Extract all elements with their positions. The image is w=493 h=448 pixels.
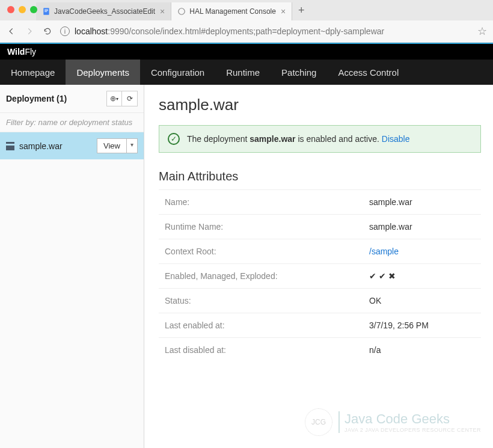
watermark-main: Java Code Geeks: [344, 411, 481, 427]
svg-point-4: [179, 8, 185, 15]
attr-row-last-disabled: Last disabled at: n/a: [159, 337, 481, 362]
sidebar-tools: ⊕▾ ⟳: [106, 91, 138, 106]
brand-bar: WildFly: [0, 43, 493, 60]
nav-homepage[interactable]: Homepage: [0, 60, 66, 85]
status-alert: ✓ The deployment sample.war is enabled a…: [159, 125, 481, 153]
sidebar: Deployment (1) ⊕▾ ⟳ Filter by: name or d…: [0, 85, 144, 448]
page-title: sample.war: [159, 96, 481, 114]
nav-runtime[interactable]: Runtime: [215, 60, 271, 85]
attr-value: sample.war: [369, 222, 412, 232]
console-favicon-icon: [177, 7, 186, 16]
attr-row-flags: Enabled, Managed, Exploded: ✔ ✔ ✖: [159, 263, 481, 288]
attr-label: Enabled, Managed, Exploded:: [165, 271, 369, 281]
refresh-button[interactable]: ⟳: [122, 91, 138, 106]
view-dropdown-toggle[interactable]: ▾: [127, 138, 138, 153]
browser-tab-title: HAL Management Console: [189, 7, 276, 16]
nav-patching[interactable]: Patching: [271, 60, 327, 85]
attr-label: Status:: [165, 296, 369, 305]
sidebar-title: Deployment (1): [6, 94, 67, 103]
site-info-icon[interactable]: i: [60, 26, 70, 36]
browser-nav-bar: i localhost:9990/console/index.html#depl…: [0, 20, 493, 42]
window-maximize-button[interactable]: [30, 6, 37, 13]
app-body: Deployment (1) ⊕▾ ⟳ Filter by: name or d…: [0, 85, 493, 448]
deployment-list-item[interactable]: sample.war View ▾: [0, 132, 144, 159]
view-button-group: View ▾: [97, 138, 138, 153]
window-controls: [7, 6, 37, 13]
sidebar-header: Deployment (1) ⊕▾ ⟳: [0, 85, 144, 113]
nav-deployments[interactable]: Deployments: [66, 60, 140, 85]
browser-tab-bar: JavaCodeGeeks_AssociateEdit × HAL Manage…: [0, 0, 493, 20]
attr-value: n/a: [369, 345, 381, 355]
attr-row-status: Status: OK: [159, 288, 481, 313]
section-title: Main Attributes: [159, 170, 481, 183]
attr-row-name: Name: sample.war: [159, 189, 481, 214]
check-circle-icon: ✓: [168, 133, 180, 145]
svg-rect-1: [44, 10, 48, 10]
window-minimize-button[interactable]: [19, 6, 26, 13]
docs-favicon-icon: [42, 7, 51, 16]
new-tab-button[interactable]: +: [292, 4, 311, 17]
back-button[interactable]: [6, 26, 17, 37]
bookmark-star-icon[interactable]: ☆: [477, 25, 487, 38]
disable-link[interactable]: Disable: [382, 134, 410, 144]
browser-tab-title: JavaCodeGeeks_AssociateEdit: [54, 7, 155, 16]
context-root-link[interactable]: /sample: [369, 247, 399, 256]
url-host: localhost: [75, 26, 108, 36]
add-deployment-button[interactable]: ⊕▾: [106, 91, 122, 106]
watermark: JCG Java Code Geeks JAVA 2 JAVA DEVELOPE…: [305, 408, 481, 436]
attr-value: sample.war: [369, 197, 412, 207]
content-area: sample.war ✓ The deployment sample.war i…: [144, 85, 493, 448]
attr-row-context-root: Context Root: /sample: [159, 239, 481, 263]
attr-label: Context Root:: [165, 247, 369, 256]
browser-chrome: JavaCodeGeeks_AssociateEdit × HAL Manage…: [0, 0, 493, 43]
attr-row-last-enabled: Last enabled at: 3/7/19, 2:56 PM: [159, 313, 481, 337]
tab-close-icon[interactable]: ×: [281, 7, 286, 16]
brand-logo[interactable]: WildFly: [7, 47, 36, 57]
svg-rect-2: [44, 10, 48, 11]
view-button[interactable]: View: [97, 138, 127, 153]
browser-tab-active[interactable]: HAL Management Console ×: [171, 2, 292, 20]
watermark-badge: JCG: [305, 408, 332, 436]
watermark-sub: JAVA 2 JAVA DEVELOPERS RESOURCE CENTER: [344, 427, 481, 433]
attr-label: Runtime Name:: [165, 222, 369, 232]
attr-value: OK: [369, 296, 381, 305]
address-bar[interactable]: i localhost:9990/console/index.html#depl…: [60, 26, 470, 36]
window-close-button[interactable]: [7, 6, 14, 13]
filter-input[interactable]: Filter by: name or deployment status: [0, 113, 144, 132]
attr-label: Last enabled at:: [165, 321, 369, 330]
archive-icon: [6, 142, 14, 150]
deployment-name: sample.war: [19, 141, 63, 151]
attr-value: ✔ ✔ ✖: [369, 271, 396, 281]
attr-value: 3/7/19, 2:56 PM: [369, 321, 429, 330]
attr-label: Last disabled at:: [165, 345, 369, 355]
forward-button[interactable]: [24, 26, 35, 37]
attr-label: Name:: [165, 197, 369, 207]
nav-access-control[interactable]: Access Control: [327, 60, 409, 85]
svg-rect-3: [44, 11, 47, 12]
url-path: :9990/console/index.html#deployments;pat…: [108, 26, 384, 36]
reload-button[interactable]: [42, 26, 53, 37]
main-nav: Homepage Deployments Configuration Runti…: [0, 60, 493, 85]
attr-row-runtime-name: Runtime Name: sample.war: [159, 214, 481, 239]
nav-configuration[interactable]: Configuration: [140, 60, 215, 85]
tab-close-icon[interactable]: ×: [160, 7, 165, 16]
browser-tab[interactable]: JavaCodeGeeks_AssociateEdit ×: [36, 2, 171, 20]
attributes-table: Name: sample.war Runtime Name: sample.wa…: [159, 189, 481, 362]
alert-text: The deployment sample.war is enabled and…: [187, 134, 409, 144]
